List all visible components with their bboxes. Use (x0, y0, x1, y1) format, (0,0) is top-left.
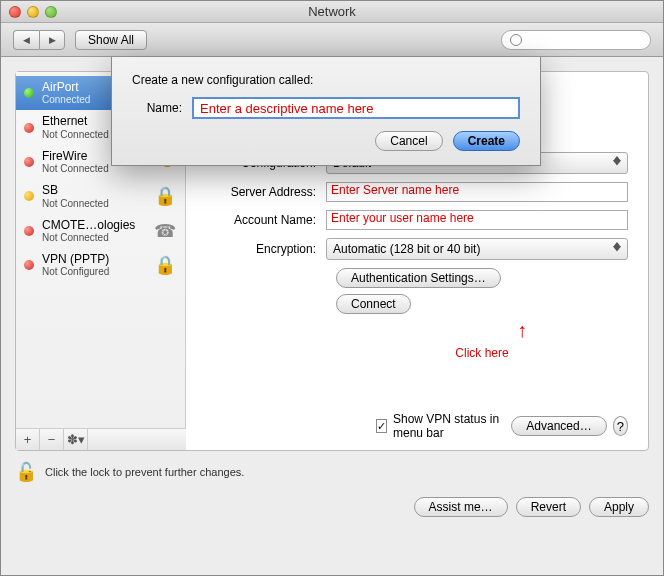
remove-service-button[interactable]: − (40, 429, 64, 450)
sidebar-item-cmote[interactable]: CMOTE…ologies Not Connected ☎ (16, 214, 185, 248)
action-menu-button[interactable]: ✽▾ (64, 429, 88, 450)
show-all-button[interactable]: Show All (75, 30, 147, 50)
panel-footer: ✓ Show VPN status in menu bar Advanced… … (376, 412, 628, 440)
server-row: Server Address: Enter Server name here (206, 182, 628, 202)
status-dot (24, 123, 34, 133)
toolbar: ◀ ▶ Show All (1, 23, 663, 57)
status-dot (24, 191, 34, 201)
annotation-text: Click here (336, 346, 628, 360)
status-dot (24, 260, 34, 270)
service-name: VPN (PPTP) (42, 252, 145, 266)
service-name: SB (42, 183, 145, 197)
show-status-checkbox[interactable]: ✓ (376, 419, 387, 433)
help-button[interactable]: ? (613, 416, 628, 436)
annotation-arrow: ↑ (416, 320, 628, 340)
add-service-button[interactable]: + (16, 429, 40, 450)
assist-button[interactable]: Assist me… (414, 497, 508, 517)
show-status-label: Show VPN status in menu bar (393, 412, 511, 440)
advanced-button[interactable]: Advanced… (511, 416, 606, 436)
account-label: Account Name: (206, 213, 326, 227)
window-title: Network (1, 4, 663, 19)
forward-button[interactable]: ▶ (39, 30, 65, 50)
encryption-select[interactable]: Automatic (128 bit or 40 bit) (326, 238, 628, 260)
status-dot (24, 157, 34, 167)
create-button[interactable]: Create (453, 131, 520, 151)
account-input[interactable]: Enter your user name here (326, 210, 628, 230)
search-input[interactable] (501, 30, 651, 50)
server-input[interactable]: Enter Server name here (326, 182, 628, 202)
sidebar-toolbar: + − ✽▾ (16, 428, 186, 450)
connect-button[interactable]: Connect (336, 294, 411, 314)
encryption-row: Encryption: Automatic (128 bit or 40 bit… (206, 238, 628, 260)
cancel-button[interactable]: Cancel (375, 131, 442, 151)
status-dot (24, 226, 34, 236)
create-config-sheet: Create a new configuration called: Name:… (111, 57, 541, 166)
account-row: Account Name: Enter your user name here (206, 210, 628, 230)
status-dot (24, 88, 34, 98)
back-button[interactable]: ◀ (13, 30, 39, 50)
lock-icon[interactable]: 🔓 (15, 461, 37, 483)
nav-buttons: ◀ ▶ (13, 30, 65, 50)
apply-button[interactable]: Apply (589, 497, 649, 517)
sidebar-item-vpn[interactable]: VPN (PPTP) Not Configured 🔒 (16, 248, 185, 282)
revert-button[interactable]: Revert (516, 497, 581, 517)
server-label: Server Address: (206, 185, 326, 199)
service-status: Not Configured (42, 266, 145, 278)
network-prefs-window: Network ◀ ▶ Show All AirPort Connected (0, 0, 664, 576)
sheet-prompt: Create a new configuration called: (132, 73, 520, 87)
encryption-label: Encryption: (206, 242, 326, 256)
phone-icon: ☎ (153, 219, 177, 243)
sheet-name-label: Name: (132, 101, 192, 115)
service-name: CMOTE…ologies (42, 218, 145, 232)
service-status: Not Connected (42, 232, 145, 244)
config-name-input[interactable] (192, 97, 520, 119)
sidebar-item-sb[interactable]: SB Not Connected 🔒 (16, 179, 185, 213)
lock-icon: 🔒 (153, 253, 177, 277)
lock-icon: 🔒 (153, 184, 177, 208)
auth-settings-button[interactable]: Authentication Settings… (336, 268, 501, 288)
service-status: Not Connected (42, 198, 145, 210)
titlebar: Network (1, 1, 663, 23)
button-bar: Assist me… Revert Apply (414, 497, 649, 517)
lock-row: 🔓 Click the lock to prevent further chan… (15, 461, 649, 483)
lock-text: Click the lock to prevent further change… (45, 466, 244, 478)
